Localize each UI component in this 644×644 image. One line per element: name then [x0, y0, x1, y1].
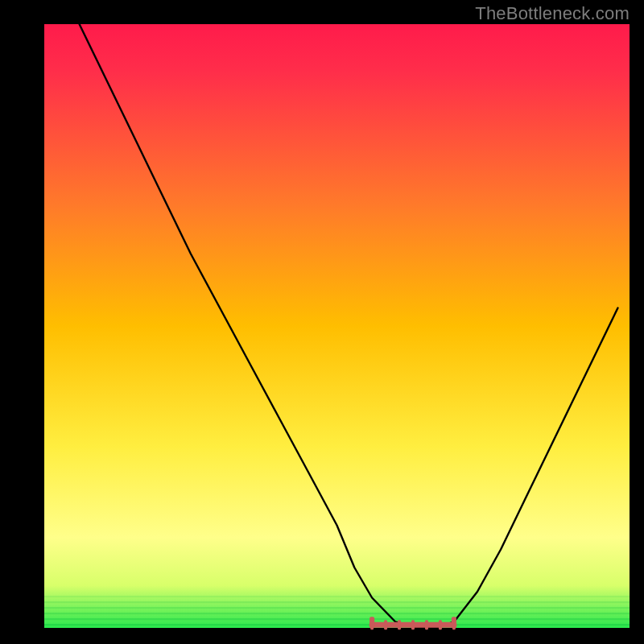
svg-rect-12: [439, 620, 442, 630]
svg-rect-14: [369, 617, 374, 628]
svg-rect-5: [44, 624, 630, 625]
svg-rect-9: [398, 620, 401, 630]
gradient-background: [44, 24, 630, 628]
bottleneck-chart: [0, 0, 644, 644]
svg-rect-15: [452, 617, 456, 628]
svg-rect-11: [425, 620, 428, 630]
svg-rect-3: [44, 613, 630, 614]
svg-rect-10: [411, 620, 415, 630]
chart-frame: TheBottleneck.com: [0, 0, 644, 644]
svg-rect-2: [44, 607, 630, 609]
svg-rect-0: [44, 596, 630, 597]
svg-rect-8: [384, 620, 387, 630]
svg-rect-1: [44, 601, 630, 603]
watermark-text: TheBottleneck.com: [475, 3, 630, 24]
svg-rect-4: [44, 618, 630, 620]
